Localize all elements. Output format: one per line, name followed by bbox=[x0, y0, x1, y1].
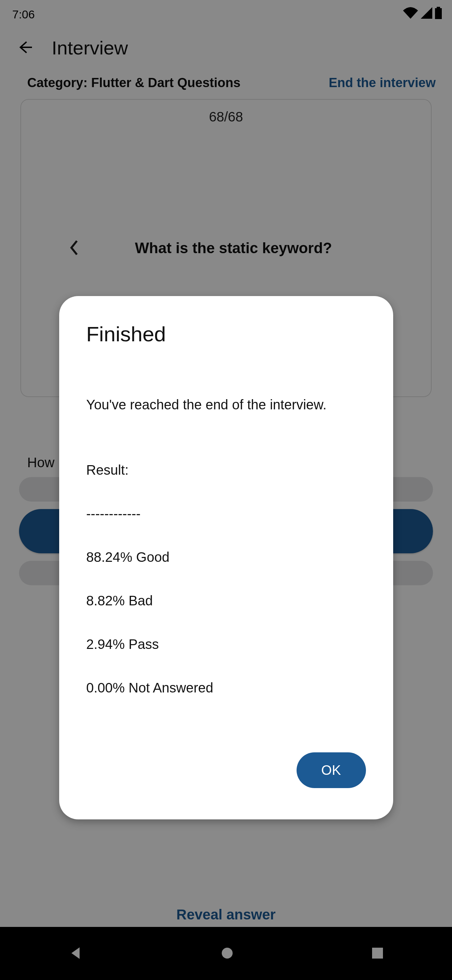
result-good: 88.24% Good bbox=[86, 546, 366, 568]
finished-dialog: Finished You've reached the end of the i… bbox=[59, 296, 393, 819]
result-pass: 2.94% Pass bbox=[86, 633, 366, 655]
modal-overlay: Finished You've reached the end of the i… bbox=[0, 0, 452, 980]
result-na: 0.00% Not Answered bbox=[86, 677, 366, 698]
result-bad: 8.82% Bad bbox=[86, 590, 366, 611]
dialog-title: Finished bbox=[86, 322, 366, 346]
dialog-message: You've reached the end of the interview. bbox=[86, 394, 366, 415]
dialog-divider: ------------ bbox=[86, 503, 366, 524]
dialog-result-heading: Result: bbox=[86, 459, 366, 481]
dialog-body: You've reached the end of the interview.… bbox=[86, 372, 366, 721]
ok-button[interactable]: OK bbox=[297, 752, 366, 788]
